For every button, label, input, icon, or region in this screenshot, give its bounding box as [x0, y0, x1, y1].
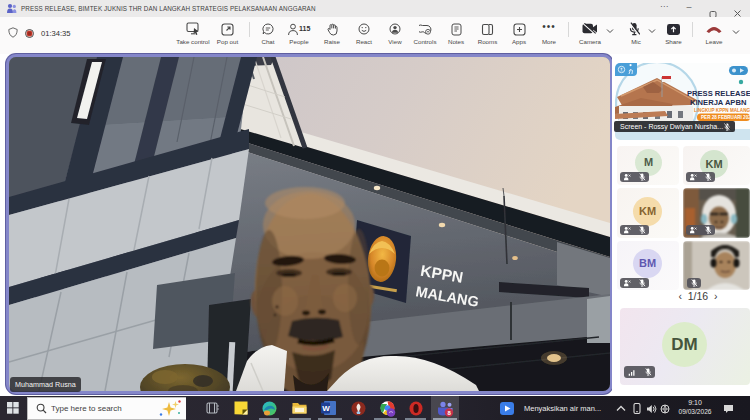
svg-text:PER 28 FEBRUARI 2026: PER 28 FEBRUARI 2026: [701, 115, 750, 120]
svg-text:PRESS RELEASE: PRESS RELEASE: [687, 89, 750, 98]
svg-text:KINERJA APBN: KINERJA APBN: [690, 98, 746, 107]
svg-text:W: W: [322, 404, 330, 413]
svg-text:LINGKUP KPPN MALANG: LINGKUP KPPN MALANG: [694, 108, 750, 113]
